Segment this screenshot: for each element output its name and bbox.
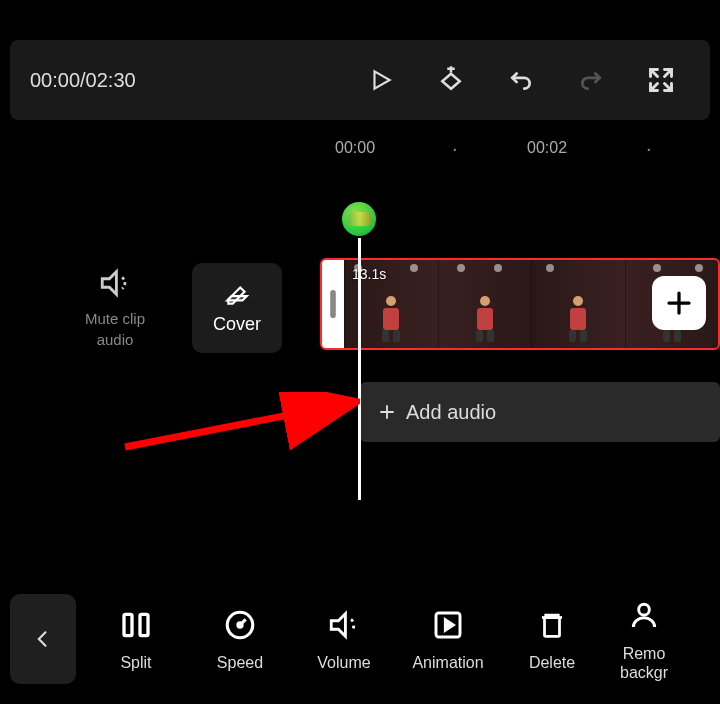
add-audio-button[interactable]: Add audio bbox=[360, 382, 720, 442]
back-button[interactable] bbox=[10, 594, 76, 684]
timeline-ruler[interactable]: 00:00 · 00:02 · bbox=[0, 128, 720, 168]
svg-rect-8 bbox=[330, 290, 336, 318]
speed-label: Speed bbox=[217, 654, 263, 672]
volume-tool[interactable]: Volume bbox=[292, 606, 396, 672]
timecode: 00:00/02:30 bbox=[30, 69, 136, 92]
speed-icon bbox=[221, 606, 259, 644]
svg-point-24 bbox=[639, 604, 650, 615]
mute-clip-audio-button[interactable]: Mute clip audio bbox=[60, 266, 170, 350]
svg-marker-22 bbox=[445, 620, 453, 631]
animation-icon bbox=[429, 606, 467, 644]
keyframe-diamond-button[interactable] bbox=[422, 51, 480, 109]
play-button[interactable] bbox=[352, 51, 410, 109]
ruler-tick: · bbox=[452, 137, 458, 160]
mute-label-2: audio bbox=[85, 329, 145, 350]
remove-bg-label-2: backgr bbox=[620, 663, 668, 682]
ruler-tick: · bbox=[646, 137, 652, 160]
svg-rect-16 bbox=[140, 614, 148, 635]
cover-button[interactable]: Cover bbox=[192, 263, 282, 353]
undo-button[interactable] bbox=[492, 51, 550, 109]
person-icon bbox=[625, 596, 663, 634]
delete-icon bbox=[533, 606, 571, 644]
playhead-knob[interactable] bbox=[340, 200, 378, 238]
clip-handle-left[interactable] bbox=[322, 260, 344, 348]
svg-marker-0 bbox=[375, 71, 390, 88]
svg-rect-23 bbox=[545, 618, 560, 637]
fullscreen-button[interactable] bbox=[632, 51, 690, 109]
remove-bg-label-1: Remo bbox=[620, 644, 668, 663]
cover-label: Cover bbox=[213, 314, 261, 335]
top-toolbar: 00:00/02:30 bbox=[10, 40, 710, 120]
ruler-mark: 00:02 bbox=[527, 139, 567, 157]
svg-point-19 bbox=[238, 623, 242, 627]
volume-icon bbox=[325, 606, 363, 644]
split-label: Split bbox=[120, 654, 151, 672]
delete-tool[interactable]: Delete bbox=[500, 606, 604, 672]
animation-tool[interactable]: Animation bbox=[396, 606, 500, 672]
remove-background-tool[interactable]: Remo backgr bbox=[604, 596, 684, 682]
delete-label: Delete bbox=[529, 654, 575, 672]
playhead-line[interactable] bbox=[358, 234, 361, 500]
volume-label: Volume bbox=[317, 654, 370, 672]
animation-label: Animation bbox=[412, 654, 483, 672]
video-clip[interactable]: 13.1s bbox=[320, 258, 720, 350]
split-icon bbox=[117, 606, 155, 644]
bottom-toolbar: Split Speed Volume Animation Delete Remo… bbox=[0, 574, 720, 704]
svg-rect-15 bbox=[124, 614, 132, 635]
add-audio-label: Add audio bbox=[406, 401, 496, 424]
redo-button[interactable] bbox=[562, 51, 620, 109]
speed-tool[interactable]: Speed bbox=[188, 606, 292, 672]
split-tool[interactable]: Split bbox=[84, 606, 188, 672]
svg-marker-20 bbox=[331, 614, 345, 637]
svg-marker-7 bbox=[102, 272, 116, 295]
mute-label-1: Mute clip bbox=[85, 308, 145, 329]
add-clip-button[interactable] bbox=[652, 276, 706, 330]
ruler-mark: 00:00 bbox=[335, 139, 375, 157]
